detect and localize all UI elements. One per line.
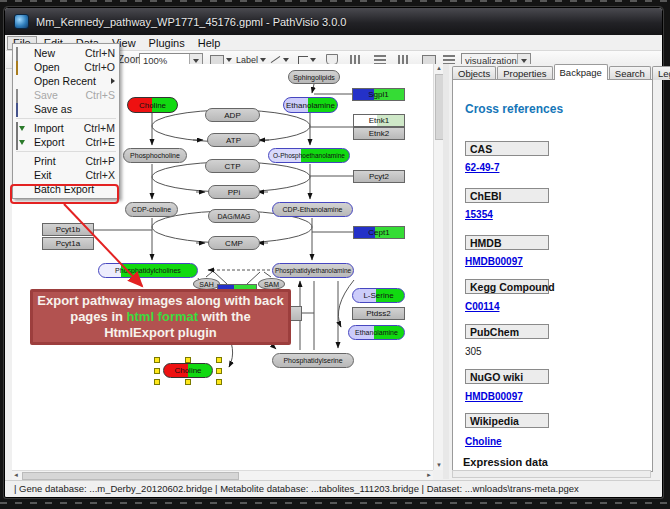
node-label: L-Serine [363, 291, 393, 300]
pathway-node[interactable]: L-Serine [352, 288, 405, 303]
menu-item-save: Save Ctrl+S [13, 88, 119, 102]
section-header-chebi: ChEBI [465, 188, 549, 203]
selection-handle[interactable] [185, 357, 191, 363]
pathway-node[interactable]: Etnk1 [353, 114, 405, 127]
scrollbar-thumb[interactable] [22, 472, 239, 480]
scroll-right-icon[interactable]: ► [426, 471, 432, 480]
pathway-node[interactable]: O-Phosphoethanolamine [268, 148, 350, 163]
menu-item-open-recent[interactable]: Open Recent [13, 74, 119, 88]
node-label: SAM [264, 281, 279, 288]
menu-item-shortcut: Ctrl+S [86, 89, 115, 101]
pathway-node[interactable]: Ethanolamine [283, 97, 338, 113]
node-label: CDP-choline [132, 206, 171, 213]
selection-handle[interactable] [154, 357, 160, 363]
menu-item-print[interactable]: Print Ctrl+P [13, 154, 119, 168]
screen-edge-artifact [0, 0, 670, 2]
pathway-node[interactable]: DAG/MAG [208, 209, 260, 223]
tab-search[interactable]: Search [609, 66, 651, 80]
pathway-node[interactable]: Sgpl1 [352, 88, 405, 101]
pathway-node[interactable]: Choline [127, 97, 178, 113]
menu-item-shortcut: Ctrl+N [85, 47, 115, 59]
node-label: O-Phosphoethanolamine [273, 152, 345, 159]
scroll-left-icon[interactable]: ◄ [13, 471, 19, 480]
line-icon [271, 56, 281, 63]
callout-highlight-text: html format [127, 309, 199, 324]
desktop: { "window": { "title": "Mm_Kennedy_pathw… [0, 0, 670, 509]
menu-item-label: Export [34, 136, 80, 148]
pathway-node[interactable]: Phosphatidylethanolamine [272, 263, 354, 278]
menu-item-label: Import [34, 122, 78, 134]
pathway-node[interactable]: CDP-choline [125, 202, 178, 217]
screen-edge-artifact [0, 502, 670, 504]
selection-handle[interactable] [216, 379, 222, 385]
canvas-horizontal-scrollbar[interactable]: ◄ ► [12, 470, 433, 480]
align-middle-icon [350, 55, 362, 64]
pathway-node[interactable]: Pcyt1b [42, 223, 94, 236]
pathway-node[interactable]: ATP [207, 133, 260, 147]
tab-legend[interactable]: Legend [652, 66, 670, 80]
scroll-down-icon[interactable]: ▼ [436, 461, 442, 470]
status-bar: | Gene database: ...m_Derby_20120602.bri… [5, 480, 660, 496]
pathway-node[interactable]: PPi [208, 185, 260, 199]
pathway-node[interactable]: Phosphatidylcholines [98, 263, 198, 278]
section-header-hmdb: HMDB [465, 235, 549, 250]
title-bar[interactable]: Mm_Kennedy_pathway_WP1771_45176.gpml - P… [5, 8, 662, 35]
pathway-node[interactable]: ADP [205, 108, 260, 122]
window-title: Mm_Kennedy_pathway_WP1771_45176.gpml - P… [36, 16, 346, 28]
pathway-node[interactable]: Etnk2 [353, 127, 405, 140]
tab-objects[interactable]: Objects [452, 66, 496, 80]
tab-backpage[interactable]: Backpage [554, 64, 608, 80]
stack-vertical-icon [374, 55, 386, 64]
chebi-link[interactable]: 15354 [465, 209, 493, 220]
nugo-link[interactable]: HMDB00097 [465, 391, 523, 402]
node-label: Choline [174, 366, 201, 375]
node-label: PPi [228, 188, 240, 197]
pathway-node[interactable]: CDP-Ethanolamine [272, 202, 353, 217]
pathway-node[interactable]: CMP [208, 236, 260, 250]
selection-handle[interactable] [185, 379, 191, 385]
node-label: Sphingolipids [293, 74, 335, 81]
menu-help[interactable]: Help [192, 36, 227, 50]
selection-handle[interactable] [216, 368, 222, 374]
dropdown-arrow-icon [260, 58, 266, 62]
pathway-node[interactable]: Cept1 [353, 226, 405, 239]
menu-plugins[interactable]: Plugins [143, 36, 191, 50]
menu-item-open[interactable]: Open Ctrl+O [13, 60, 119, 74]
pathway-node[interactable]: Pcyt2 [353, 170, 405, 183]
save-as-icon [16, 104, 30, 115]
menu-item-exit[interactable]: Exit Ctrl+X [13, 168, 119, 182]
pathway-node[interactable]: Phosphocholine [123, 148, 187, 163]
tab-properties[interactable]: Properties [497, 66, 552, 80]
node-label: Pcyt2 [369, 172, 389, 181]
backpage-panel: Cross references CAS 62-49-7 ChEBI 15354… [452, 79, 653, 472]
menu-item-shortcut: Ctrl+O [84, 61, 115, 73]
node-label: Phosphatidylserine [283, 357, 342, 364]
pathway-node[interactable]: Ptdss2 [352, 307, 405, 320]
hmdb-link[interactable]: HMDB00097 [465, 256, 523, 267]
selection-handle[interactable] [154, 379, 160, 385]
sidebar-horizontal-scrollbar[interactable] [452, 470, 651, 478]
pathway-node-selected[interactable]: Choline [163, 363, 213, 378]
shape-icon [210, 55, 224, 65]
menu-item-export[interactable]: Export Ctrl+E [13, 135, 119, 149]
cross-references-heading: Cross references [465, 102, 563, 116]
menu-item-label: Open Recent [34, 75, 111, 87]
kegg-link[interactable]: C00114 [465, 301, 499, 312]
pathway-node[interactable]: Sphingolipids [288, 70, 340, 84]
selection-handle[interactable] [216, 357, 222, 363]
scroll-up-icon[interactable]: ▲ [436, 64, 442, 73]
menu-item-new[interactable]: New Ctrl+N [13, 46, 119, 60]
node-label: ATP [226, 136, 241, 145]
pathway-node[interactable]: Phosphatidylserine [272, 353, 354, 368]
wikipedia-link[interactable]: Choline [465, 436, 502, 447]
pathway-node[interactable]: CTP [205, 159, 260, 173]
menu-item-save-as[interactable]: Save as [13, 102, 119, 116]
menu-item-label: Save as [34, 103, 115, 115]
cas-link[interactable]: 62-49-7 [465, 162, 499, 173]
pathway-node[interactable]: Ethanolamine [348, 325, 405, 340]
menu-item-import[interactable]: Import Ctrl+M [13, 121, 119, 135]
pathway-node[interactable]: Pcyt1a [42, 237, 94, 250]
menu-item-batch-export[interactable]: Batch Export [13, 182, 119, 196]
selection-handle[interactable] [154, 368, 160, 374]
annotation-callout: Export pathway images along with back pa… [30, 289, 291, 345]
